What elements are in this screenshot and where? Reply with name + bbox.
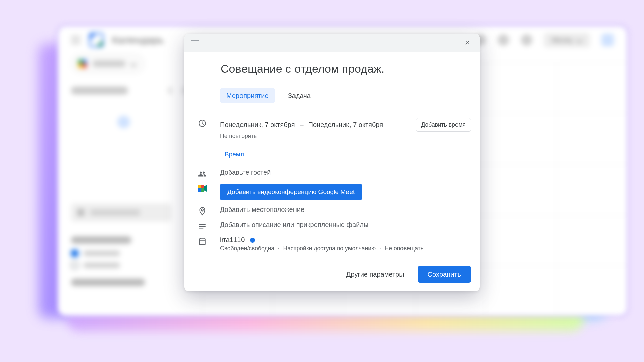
- tab-task[interactable]: Задача: [282, 88, 317, 103]
- close-icon: [464, 39, 471, 46]
- drag-handle-icon[interactable]: [191, 40, 199, 45]
- event-type-tabs: Мероприятие Задача: [220, 88, 471, 103]
- prev-month-icon: [168, 87, 175, 94]
- calendar-list-item: [71, 262, 185, 269]
- chevron-down-icon: [576, 37, 583, 43]
- more-options-button[interactable]: Другие параметры: [340, 266, 410, 283]
- mini-calendar: [71, 100, 185, 190]
- calendar-list-item: [71, 250, 185, 257]
- calendar-name: [83, 251, 120, 256]
- event-create-modal: Мероприятие Задача Понедельник, 7 октябр…: [184, 34, 480, 291]
- hamburger-icon: [71, 36, 80, 44]
- save-button[interactable]: Сохранить: [418, 266, 471, 283]
- guests-input[interactable]: Добавьте гостей: [220, 169, 471, 176]
- create-label: [92, 60, 126, 67]
- chevron-down-icon: [130, 60, 137, 67]
- calendar-color-swatch: [71, 262, 78, 269]
- modal-footer: Другие параметры Сохранить: [184, 255, 480, 291]
- organizer-settings[interactable]: Свободен/свободна · Настройки доступа по…: [220, 245, 471, 252]
- app-title: Календарь: [112, 34, 164, 46]
- calendar-color-swatch: [71, 250, 78, 257]
- view-switcher-label: Месяц: [552, 36, 572, 44]
- mini-calendar-title: [71, 87, 128, 94]
- add-time-button[interactable]: Добавить время: [416, 118, 471, 132]
- other-calendars-heading: [71, 279, 145, 286]
- visibility-label: Настройки доступа по умолчанию: [283, 245, 376, 252]
- date-range-dash: –: [300, 121, 303, 129]
- svg-rect-1: [198, 185, 201, 188]
- google-meet-icon: [198, 185, 207, 192]
- clock-icon: [198, 119, 207, 128]
- location-input[interactable]: Добавить местоположение: [220, 206, 471, 214]
- time-chip[interactable]: Время: [220, 147, 249, 161]
- people-icon: [77, 209, 85, 216]
- my-calendars-heading: [71, 236, 131, 244]
- calendar-toggle-icon: [601, 34, 614, 46]
- help-icon: [498, 34, 509, 46]
- svg-rect-4: [201, 188, 204, 192]
- calendar-icon: [198, 237, 207, 246]
- view-switcher: Месяц: [544, 33, 590, 47]
- close-button[interactable]: [461, 36, 474, 49]
- add-google-meet-button[interactable]: Добавить видеоконференцию Google Meet: [220, 184, 362, 200]
- description-input[interactable]: Добавить описание или прикрепленные файл…: [220, 221, 471, 229]
- organizer-name[interactable]: irra1110: [220, 236, 245, 243]
- google-calendar-logo: [89, 33, 104, 47]
- modal-header: [184, 34, 480, 52]
- tab-event[interactable]: Мероприятие: [220, 88, 275, 103]
- people-icon: [198, 170, 207, 178]
- location-icon: [198, 207, 207, 216]
- plus-icon: [78, 59, 87, 68]
- svg-rect-2: [198, 188, 201, 192]
- description-icon: [198, 222, 207, 231]
- create-button: [71, 54, 145, 73]
- availability-label: Свободен/свободна: [220, 245, 274, 252]
- calendar-name: [83, 263, 120, 268]
- search-placeholder: [90, 210, 140, 215]
- recurrence-label[interactable]: Не повторять: [220, 133, 471, 140]
- event-title-input[interactable]: [220, 61, 471, 79]
- end-date[interactable]: Понедельник, 7 октября: [308, 121, 383, 129]
- start-date[interactable]: Понедельник, 7 октября: [220, 121, 295, 129]
- settings-icon: [521, 34, 532, 46]
- search-people: [71, 203, 172, 222]
- calendar-color-dot: [250, 238, 255, 243]
- notify-label: Не оповещать: [385, 245, 424, 252]
- svg-rect-3: [201, 185, 204, 188]
